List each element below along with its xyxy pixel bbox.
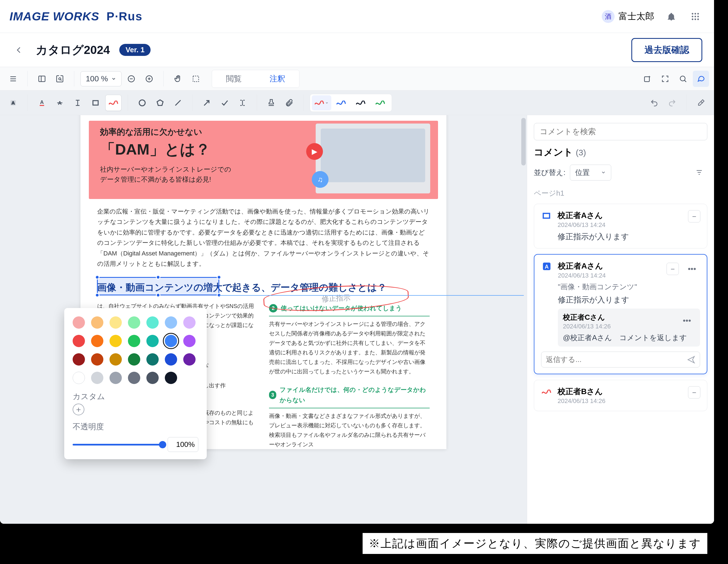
- apps-grid-icon[interactable]: [688, 9, 702, 23]
- back-button[interactable]: [12, 43, 26, 57]
- text-selection-box[interactable]: [97, 277, 219, 296]
- comment-card[interactable]: 校正者Bさん 2024/06/13 14:26 －: [534, 380, 707, 411]
- hamburger-icon[interactable]: [5, 71, 21, 87]
- color-swatch[interactable]: [128, 372, 140, 384]
- zoom-out-icon[interactable]: [123, 71, 139, 87]
- comments-sort-row: 並び替え: 位置: [534, 164, 707, 180]
- color-swatch[interactable]: [110, 317, 122, 329]
- undo-icon[interactable]: [646, 95, 662, 111]
- color-swatch[interactable]: [110, 335, 122, 347]
- tab-view[interactable]: 閲覧: [212, 70, 256, 87]
- color-swatch[interactable]: [110, 372, 122, 384]
- comments-heading-label: コメント: [534, 146, 573, 159]
- comment-card[interactable]: 校正者Aさん 2024/06/13 14:24 修正指示が入ります －: [534, 204, 707, 248]
- eraser-icon[interactable]: [693, 95, 709, 111]
- title-left: カタログ2024 Ver. 1: [12, 42, 151, 58]
- color-swatch[interactable]: [165, 353, 177, 366]
- color-swatch[interactable]: [146, 353, 159, 366]
- opacity-input[interactable]: [168, 437, 198, 452]
- color-swatch[interactable]: [183, 317, 196, 329]
- bell-icon[interactable]: [664, 9, 678, 23]
- hero-kicker: 効率的な活用に欠かせない: [100, 126, 231, 138]
- color-swatch[interactable]: [91, 317, 103, 329]
- user-chip[interactable]: 酒 富士太郎: [602, 10, 654, 23]
- color-swatch[interactable]: [146, 372, 159, 384]
- pen-preset-green[interactable]: [370, 95, 390, 110]
- text-underline-tool-icon[interactable]: A: [34, 95, 50, 111]
- svg-point-14: [59, 78, 61, 80]
- color-swatch[interactable]: [128, 317, 140, 329]
- ellipse-tool-icon[interactable]: [134, 95, 150, 111]
- sparkle-export-icon[interactable]: [639, 71, 655, 87]
- more-icon[interactable]: •••: [679, 313, 695, 329]
- panel-toggle-icon[interactable]: [34, 71, 50, 87]
- color-swatch[interactable]: [73, 353, 85, 366]
- pen-preset-red[interactable]: [312, 95, 331, 110]
- zoom-in-icon[interactable]: [141, 71, 157, 87]
- color-swatch[interactable]: [165, 317, 177, 329]
- color-swatch[interactable]: [183, 353, 196, 366]
- color-swatch[interactable]: [128, 353, 140, 366]
- freehand-pen-tool-icon[interactable]: [105, 95, 122, 111]
- attachment-tool-icon[interactable]: [281, 95, 297, 111]
- color-swatch[interactable]: [183, 335, 196, 347]
- collapse-icon[interactable]: －: [688, 386, 700, 399]
- history-button[interactable]: 過去版確認: [631, 38, 702, 62]
- redo-icon[interactable]: [664, 95, 680, 111]
- color-swatch[interactable]: [128, 335, 140, 347]
- more-icon[interactable]: •••: [684, 261, 700, 277]
- stamp-tool-icon[interactable]: [263, 95, 279, 111]
- color-swatch[interactable]: [91, 353, 103, 366]
- pen-preset-blue[interactable]: [331, 95, 351, 110]
- reply-input[interactable]: [546, 355, 684, 364]
- opacity-row: [73, 437, 198, 452]
- color-swatch[interactable]: [91, 372, 103, 384]
- send-icon[interactable]: [687, 356, 695, 364]
- collapse-icon[interactable]: －: [688, 210, 700, 222]
- search-icon[interactable]: [675, 71, 691, 87]
- add-custom-color-button[interactable]: ＋: [73, 404, 84, 415]
- hand-pan-icon[interactable]: [170, 71, 186, 87]
- rectangle-tool-icon[interactable]: [87, 95, 104, 111]
- comment-author: 校正者Aさん: [558, 210, 682, 221]
- sort-select[interactable]: 位置: [570, 165, 611, 180]
- polygon-tool-icon[interactable]: [152, 95, 168, 111]
- color-swatch[interactable]: [165, 372, 177, 384]
- color-swatch[interactable]: [73, 317, 85, 329]
- vertical-scrollbar[interactable]: [520, 115, 527, 524]
- color-swatch[interactable]: [91, 335, 103, 347]
- section-number-icon: 3: [269, 391, 276, 399]
- line-tool-icon[interactable]: [170, 95, 186, 111]
- document-canvas[interactable]: 効率的な活用に欠かせない 「DAM」とは？ 社内サーバーやオンラインストレージで…: [0, 115, 527, 524]
- comment-card-active[interactable]: A 校正者Aさん 2024/06/13 14:24 "画像・動画コンテンツ" 修…: [534, 254, 707, 374]
- separator: [74, 71, 74, 86]
- reply-author: 校正者Cさん: [563, 313, 611, 322]
- image-caption: ※上記は画面イメージとなり、実際のご提供画面と異なります: [363, 533, 707, 554]
- collapse-icon[interactable]: －: [667, 263, 679, 275]
- sort-label: 並び替え:: [534, 168, 565, 177]
- filter-icon[interactable]: [691, 164, 707, 180]
- pen-annotation-icon: [541, 386, 552, 398]
- text-strikethrough-tool-icon[interactable]: A: [52, 95, 68, 111]
- color-swatch[interactable]: [146, 335, 159, 347]
- arrow-tool-icon[interactable]: [199, 95, 215, 111]
- pen-preset-black[interactable]: [351, 95, 370, 110]
- tab-annotate[interactable]: 注釈: [256, 70, 299, 87]
- marquee-select-icon[interactable]: [188, 71, 204, 87]
- color-swatch[interactable]: [165, 335, 177, 347]
- color-swatch[interactable]: [146, 317, 159, 329]
- fullscreen-icon[interactable]: [657, 71, 673, 87]
- page-zoom-icon[interactable]: [52, 71, 68, 87]
- color-swatch[interactable]: [73, 335, 85, 347]
- color-swatch[interactable]: [110, 353, 122, 366]
- comment-search-input[interactable]: [534, 123, 707, 140]
- opacity-slider[interactable]: [73, 444, 163, 446]
- checkmark-tool-icon[interactable]: [217, 95, 233, 111]
- color-swatch[interactable]: [73, 372, 85, 384]
- text-caret-tool-icon[interactable]: [234, 95, 251, 111]
- section-2-title: 使ってはいけないデータが使われてしまう: [281, 303, 402, 313]
- text-highlight-tool-icon[interactable]: A: [5, 95, 21, 111]
- zoom-select[interactable]: 100 %: [80, 71, 122, 86]
- text-box-tool-icon[interactable]: [70, 95, 86, 111]
- comments-panel-toggle-icon[interactable]: [693, 71, 709, 87]
